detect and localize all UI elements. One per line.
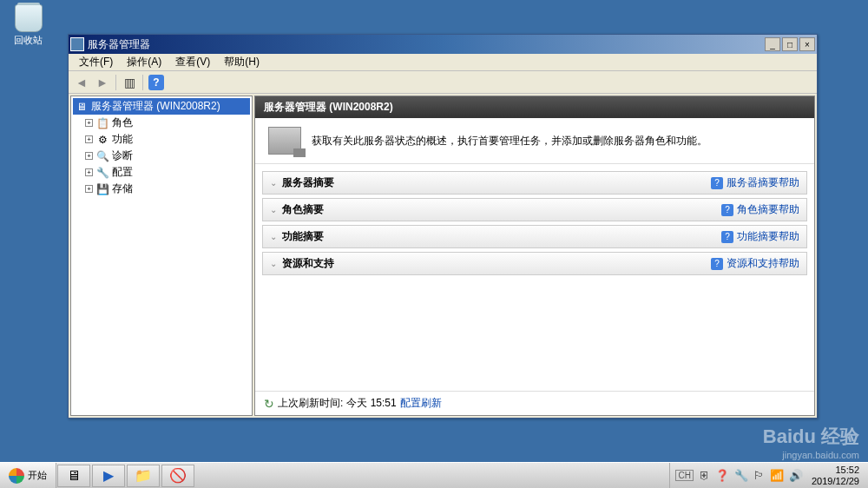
recycle-bin-desktop-icon[interactable]: 回收站 [9,4,48,47]
section-resources-support[interactable]: ⌄ 资源和支持 ? 资源和支持帮助 [262,252,807,275]
minimize-button[interactable]: _ [765,37,780,51]
chevron-down-icon: ⌄ [270,232,277,241]
tree-item-label: 诊断 [112,148,133,163]
maximize-button[interactable]: □ [782,37,798,51]
section-features-summary[interactable]: ⌄ 功能摘要 ? 功能摘要帮助 [262,225,807,248]
back-button[interactable]: ◄ [72,73,91,92]
tree-item-label: 功能 [112,132,133,147]
configure-refresh-link[interactable]: 配置刷新 [400,396,442,411]
menubar: 文件(F) 操作(A) 查看(V) 帮助(H) [69,54,817,71]
main-footer: ↻ 上次刷新时间: 今天 15:51 配置刷新 [255,391,814,415]
close-button[interactable]: × [799,37,815,51]
taskbar: 开始 🖥 ▶ 📁 🚫 CH ⛨ ❓ 🔧 🏳 📶 🔊 15:52 2019/12/… [0,462,868,488]
menu-view[interactable]: 查看(V) [168,53,217,71]
menu-help[interactable]: 帮助(H) [217,53,266,71]
app-icon [70,37,84,51]
roles-icon: 📋 [95,116,109,130]
help-link[interactable]: ? 服务器摘要帮助 [711,175,799,190]
tree-item-label: 角色 [112,115,133,130]
forward-button[interactable]: ► [93,73,112,92]
section-server-summary[interactable]: ⌄ 服务器摘要 ? 服务器摘要帮助 [262,171,807,195]
server-icon: 🖥 [75,100,89,114]
expand-icon[interactable]: + [85,168,93,176]
start-button[interactable]: 开始 [0,463,56,488]
language-indicator[interactable]: CH [675,470,693,481]
show-hide-button[interactable]: ▥ [120,73,139,92]
help-link[interactable]: ? 功能摘要帮助 [721,229,799,244]
refresh-icon: ↻ [264,397,274,411]
systray: CH ⛨ ❓ 🔧 🏳 📶 🔊 15:52 2019/12/29 [669,463,868,488]
task-explorer[interactable]: 📁 [127,465,160,487]
clock-date: 2019/12/29 [812,476,859,486]
expand-icon[interactable]: + [85,119,93,127]
titlebar[interactable]: 服务器管理器 _ □ × [69,35,817,54]
help-icon: ? [148,75,164,90]
section-title: 角色摘要 [282,202,721,217]
section-title: 资源和支持 [282,256,711,271]
windows-logo-icon [9,468,24,484]
server-illustration-icon [268,127,301,155]
tray-icon[interactable]: 🔧 [734,469,748,482]
chevron-down-icon: ⌄ [270,205,277,214]
clock-time: 15:52 [812,465,859,475]
main-intro: 获取有关此服务器状态的概述，执行首要管理任务，并添加或删除服务器角色和功能。 [255,118,814,164]
chevron-down-icon: ⌄ [270,259,277,268]
tree-root-label: 服务器管理器 (WIN2008R2) [91,99,220,114]
tree-item-config[interactable]: + 🔧 配置 [73,164,250,181]
main-panel: 服务器管理器 (WIN2008R2) 获取有关此服务器状态的概述，执行首要管理任… [254,96,815,416]
help-icon: ? [721,231,733,243]
tree-panel[interactable]: 🖥 服务器管理器 (WIN2008R2) + 📋 角色 + ⚙ 功能 + 🔍 诊… [70,96,253,416]
tree-item-roles[interactable]: + 📋 角色 [73,115,250,131]
tree-item-label: 存储 [112,181,133,196]
section-roles-summary[interactable]: ⌄ 角色摘要 ? 角色摘要帮助 [262,198,807,221]
intro-text: 获取有关此服务器状态的概述，执行首要管理任务，并添加或删除服务器角色和功能。 [312,134,707,148]
tray-flag-icon[interactable]: 🏳 [753,469,765,482]
tree-item-features[interactable]: + ⚙ 功能 [73,131,250,148]
window-title: 服务器管理器 [88,37,765,52]
storage-icon: 💾 [95,182,109,196]
expand-icon[interactable]: + [85,135,93,143]
footer-label: 上次刷新时间: [278,396,343,411]
expand-icon[interactable]: + [85,185,93,193]
task-server-manager[interactable]: 🖥 [57,465,90,487]
server-manager-window: 服务器管理器 _ □ × 文件(F) 操作(A) 查看(V) 帮助(H) ◄ ►… [68,34,818,419]
tree-item-label: 配置 [112,165,133,180]
tree-item-diagnostics[interactable]: + 🔍 诊断 [73,148,250,164]
help-icon: ? [711,177,723,189]
help-link[interactable]: ? 资源和支持帮助 [711,256,799,271]
start-label: 开始 [28,469,47,482]
tree-item-storage[interactable]: + 💾 存储 [73,181,250,197]
help-link[interactable]: ? 角色摘要帮助 [721,202,799,217]
expand-icon[interactable]: + [85,152,93,160]
task-app[interactable]: 🚫 [161,465,194,487]
help-icon: ? [711,258,723,270]
menu-action[interactable]: 操作(A) [120,53,168,71]
tray-sound-icon[interactable]: 🔊 [789,469,803,482]
config-icon: 🔧 [95,166,109,180]
features-icon: ⚙ [95,133,109,147]
clock[interactable]: 15:52 2019/12/29 [808,465,863,485]
tray-icon[interactable]: ❓ [715,469,729,482]
footer-time: 今天 15:51 [346,396,396,411]
section-title: 服务器摘要 [282,175,711,190]
section-title: 功能摘要 [282,229,721,244]
diagnostics-icon: 🔍 [95,149,109,163]
menu-file[interactable]: 文件(F) [72,53,120,71]
tray-network-icon[interactable]: 📶 [770,469,784,482]
recycle-bin-icon [15,4,43,32]
task-powershell[interactable]: ▶ [92,465,125,487]
main-header: 服务器管理器 (WIN2008R2) [255,96,814,118]
tray-icon[interactable]: ⛨ [699,469,710,482]
toolbar: ◄ ► ▥ ? [69,71,817,94]
watermark: Baidu 经验 jingyan.baidu.com [763,424,859,460]
help-button[interactable]: ? [147,73,166,92]
help-icon: ? [721,204,733,216]
chevron-down-icon: ⌄ [270,178,277,188]
tree-root[interactable]: 🖥 服务器管理器 (WIN2008R2) [73,98,250,115]
section-list: ⌄ 服务器摘要 ? 服务器摘要帮助 ⌄ 角色摘要 ? 角色摘要帮助 [255,164,814,286]
recycle-bin-label: 回收站 [9,34,48,47]
